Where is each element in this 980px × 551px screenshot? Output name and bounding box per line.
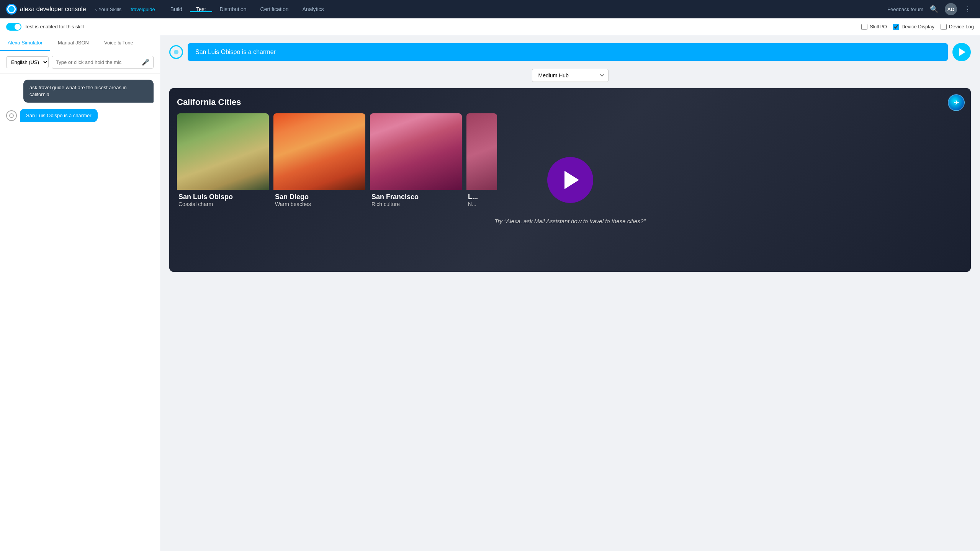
nav-test[interactable]: Test xyxy=(190,6,212,12)
tab-voice-tone[interactable]: Voice & Tone xyxy=(97,35,141,51)
city-card-slo[interactable]: San Luis Obispo Coastal charm xyxy=(177,113,269,210)
city-image-slo xyxy=(177,113,269,190)
city-info-partial: L... N... xyxy=(466,190,497,210)
test-enable-toggle[interactable] xyxy=(6,23,21,31)
skill-io-wrap: Skill I/O xyxy=(861,24,887,30)
right-panel: San Luis Obispo is a charmer Medium Hub … xyxy=(160,35,980,551)
top-nav: alexa developer console ‹ Your Skills tr… xyxy=(0,0,980,18)
city-image-sf xyxy=(370,113,462,190)
nav-build[interactable]: Build xyxy=(164,6,188,12)
input-row: English (US) 🎤 xyxy=(0,51,160,74)
city-card-sf[interactable]: San Francisco Rich culture xyxy=(370,113,462,210)
play-triangle-icon xyxy=(959,48,965,56)
device-display-label: Device Display xyxy=(901,24,934,29)
tab-manual-json[interactable]: Manual JSON xyxy=(50,35,97,51)
user-bubble: ask travel guide what are the nicest are… xyxy=(23,80,154,103)
app-title: alexa developer console xyxy=(20,6,86,13)
skill-io-checkbox[interactable] xyxy=(861,24,867,30)
device-bottom-hint: Try "Alexa, ask Mail Assistant how to tr… xyxy=(177,218,963,224)
play-audio-button[interactable] xyxy=(952,43,971,61)
response-text-bar: San Luis Obispo is a charmer xyxy=(188,43,948,61)
city-image-sd xyxy=(273,113,365,190)
skill-io-label: Skill I/O xyxy=(870,24,887,29)
city-desc-sf: Rich culture xyxy=(371,201,460,207)
city-desc-sd: Warm beaches xyxy=(275,201,364,207)
device-log-label: Device Log xyxy=(949,24,974,29)
tab-alexa-simulator[interactable]: Alexa Simulator xyxy=(0,35,50,51)
feedback-link[interactable]: Feedback forum xyxy=(887,7,923,12)
user-message-text: ask travel guide what are the nicest are… xyxy=(29,85,127,97)
nav-distribution[interactable]: Distribution xyxy=(214,6,253,12)
city-card-partial[interactable]: L... N... xyxy=(466,113,497,210)
response-row: San Luis Obispo is a charmer xyxy=(169,43,971,61)
toggle-slider xyxy=(6,23,21,31)
city-name-sd: San Diego xyxy=(275,193,364,201)
city-info-slo: San Luis Obispo Coastal charm xyxy=(177,190,269,210)
response-circle xyxy=(169,45,183,59)
alexa-avatar-circle xyxy=(6,110,17,121)
city-info-sf: San Francisco Rich culture xyxy=(370,190,462,210)
device-display-card: California Cities San Luis Obispo Coasta… xyxy=(169,88,971,272)
play-overlay-button[interactable] xyxy=(547,157,593,203)
chevron-left-icon: ‹ xyxy=(95,7,97,12)
device-display-title: California Cities xyxy=(177,97,963,107)
back-skills-label: Your Skills xyxy=(98,7,121,12)
search-button[interactable]: 🔍 xyxy=(928,3,940,15)
user-avatar[interactable]: AD xyxy=(945,3,957,15)
device-display-checkbox[interactable] xyxy=(893,24,899,30)
city-info-sd: San Diego Warm beaches xyxy=(273,190,365,210)
alexa-message-text: San Luis Obispo is a charmer xyxy=(26,113,92,118)
hub-select[interactable]: Medium Hub Small Hub Large Hub Extra Lar… xyxy=(532,69,609,82)
city-desc-partial: N... xyxy=(468,201,496,207)
alexa-bubble: San Luis Obispo is a charmer xyxy=(20,109,98,122)
main-layout: Alexa Simulator Manual JSON Voice & Tone… xyxy=(0,35,980,551)
user-message-wrap: ask travel guide what are the nicest are… xyxy=(6,80,154,103)
alexa-logo-icon xyxy=(6,4,17,15)
city-name-slo: San Luis Obispo xyxy=(178,193,267,201)
mic-icon[interactable]: 🎤 xyxy=(142,59,149,66)
toolbar: Test is enabled for this skill Skill I/O… xyxy=(0,18,980,35)
skill-name[interactable]: travelguide xyxy=(131,7,155,12)
hub-selector-wrap: Medium Hub Small Hub Large Hub Extra Lar… xyxy=(169,69,971,82)
tab-bar: Alexa Simulator Manual JSON Voice & Tone xyxy=(0,35,160,51)
test-toggle-wrap: Test is enabled for this skill xyxy=(6,23,84,31)
city-name-sf: San Francisco xyxy=(371,193,460,201)
city-image-partial xyxy=(466,113,497,190)
chat-area: ask travel guide what are the nicest are… xyxy=(0,74,160,551)
language-select[interactable]: English (US) xyxy=(6,56,49,68)
response-circle-inner xyxy=(174,50,178,54)
device-log-wrap: Device Log xyxy=(941,24,974,30)
back-to-skills[interactable]: ‹ Your Skills xyxy=(95,7,122,12)
left-panel: Alexa Simulator Manual JSON Voice & Tone… xyxy=(0,35,160,551)
test-enable-label: Test is enabled for this skill xyxy=(25,24,84,29)
app-logo: alexa developer console xyxy=(6,4,86,15)
response-text: San Luis Obispo is a charmer xyxy=(195,49,276,55)
device-display-wrap: Device Display xyxy=(893,24,934,30)
play-overlay-triangle-icon xyxy=(564,171,579,189)
city-desc-slo: Coastal charm xyxy=(178,201,267,207)
alexa-message-wrap: San Luis Obispo is a charmer xyxy=(6,109,154,122)
nav-certification[interactable]: Certification xyxy=(254,6,295,12)
top-nav-right: Feedback forum 🔍 AD ⋮ xyxy=(887,3,974,15)
menu-button[interactable]: ⋮ xyxy=(962,3,974,15)
alexa-avatar-inner xyxy=(9,113,14,118)
alexa-corner-icon xyxy=(948,94,965,111)
nav-analytics[interactable]: Analytics xyxy=(296,6,330,12)
city-name-partial: L... xyxy=(468,193,496,201)
mic-input-wrap: 🎤 xyxy=(52,56,154,69)
city-card-sd[interactable]: San Diego Warm beaches xyxy=(273,113,365,210)
utterance-input[interactable] xyxy=(56,59,142,65)
device-log-checkbox[interactable] xyxy=(941,24,947,30)
